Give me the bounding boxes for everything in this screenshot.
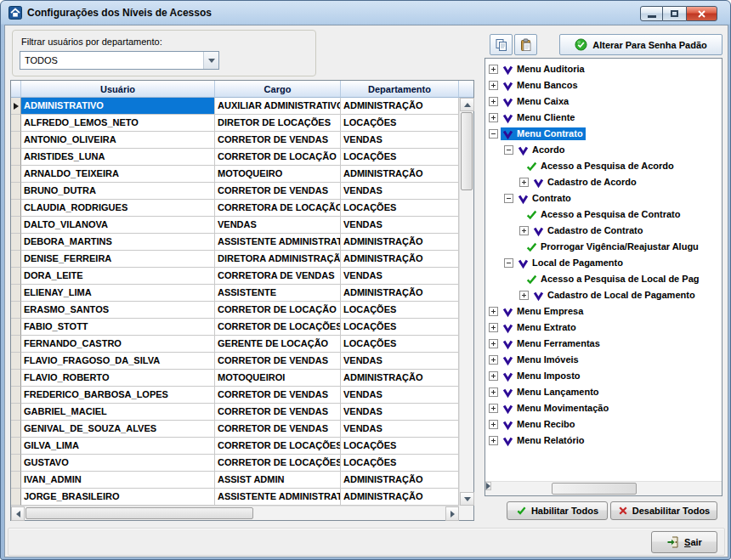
tree-item-contrato[interactable]: Contrato bbox=[485, 190, 722, 206]
table-row[interactable]: ALFREDO_LEMOS_NETODIRETOR DE LOCAÇÕESLOC… bbox=[11, 115, 459, 132]
cell-departamento[interactable]: LOCAÇÕES bbox=[341, 336, 459, 353]
cell-usuario[interactable]: IVAN_ADMIN bbox=[21, 472, 215, 489]
cell-departamento[interactable]: LOCAÇÕES bbox=[341, 115, 459, 132]
tree-item-local-de-pagamento[interactable]: Local de Pagamento bbox=[485, 255, 722, 271]
tree-item-menu-contrato[interactable]: Menu Contrato bbox=[485, 126, 722, 142]
tree-horizontal-scroll-thumb[interactable] bbox=[552, 483, 637, 495]
cell-cargo[interactable]: ASSIST ADMIN bbox=[215, 472, 341, 489]
expand-toggle[interactable] bbox=[489, 420, 498, 429]
cell-cargo[interactable]: ASSISTENTE ADMINISTRATI bbox=[215, 489, 341, 506]
cell-cargo[interactable]: CORRETOR DE LOCAÇÃO bbox=[215, 149, 341, 166]
vertical-scroll-thumb[interactable] bbox=[461, 112, 473, 190]
cell-usuario[interactable]: ERASMO_SANTOS bbox=[21, 302, 215, 319]
cell-usuario[interactable]: JORGE_BRASILEIRO bbox=[21, 489, 215, 506]
tree-item-acordo[interactable]: Acordo bbox=[485, 142, 722, 158]
cell-cargo[interactable]: AUXILIAR ADMINISTRATIVO bbox=[215, 98, 341, 115]
cell-cargo[interactable]: CORRETOR DE VENDAS bbox=[215, 387, 341, 404]
cell-departamento[interactable]: LOCAÇÕES bbox=[341, 200, 459, 217]
expand-toggle[interactable] bbox=[489, 436, 498, 445]
cell-departamento[interactable]: ADMINISTRAÇÃO bbox=[341, 370, 459, 387]
table-row[interactable]: ARISTIDES_LUNACORRETOR DE LOCAÇÃOLOCAÇÕE… bbox=[11, 149, 459, 166]
table-row[interactable]: BRUNO_DUTRACORRETOR DE VENDASVENDAS bbox=[11, 183, 459, 200]
expand-toggle[interactable] bbox=[489, 387, 498, 397]
close-button[interactable] bbox=[686, 6, 717, 21]
cell-usuario[interactable]: ARNALDO_TEIXEIRA bbox=[21, 166, 215, 183]
expand-toggle[interactable] bbox=[519, 226, 529, 235]
table-row[interactable]: JORGE_BRASILEIROASSISTENTE ADMINISTRATIA… bbox=[11, 489, 459, 506]
scroll-right-button[interactable] bbox=[445, 506, 459, 521]
expand-toggle[interactable] bbox=[489, 404, 498, 413]
cell-departamento[interactable]: ADMINISTRAÇÃO bbox=[341, 166, 459, 183]
grid-vertical-scrollbar[interactable] bbox=[459, 98, 473, 506]
cell-usuario[interactable]: ELIENAY_LIMA bbox=[21, 285, 215, 302]
cell-departamento[interactable]: LOCAÇÕES bbox=[341, 319, 459, 336]
cell-usuario[interactable]: FLAVIO_ROBERTO bbox=[21, 370, 215, 387]
expand-toggle[interactable] bbox=[489, 339, 498, 348]
cell-usuario[interactable]: ANTONIO_OLIVEIRA bbox=[21, 132, 215, 149]
tree-item-menu-im-veis[interactable]: Menu Imóveis bbox=[485, 352, 722, 368]
expand-toggle[interactable] bbox=[519, 291, 529, 300]
table-row[interactable]: ARNALDO_TEIXEIRAMOTOQUEIROADMINISTRAÇÃO bbox=[11, 166, 459, 183]
maximize-button[interactable] bbox=[663, 6, 686, 21]
tree-item-menu-movimenta-o[interactable]: Menu Movimentação bbox=[485, 400, 722, 416]
cell-usuario[interactable]: ADMINISTRATIVO bbox=[21, 98, 215, 115]
table-row[interactable]: CLAUDIA_RODRIGUESCORRETORA DE LOCAÇÃOLOC… bbox=[11, 200, 459, 217]
tree-item-acesso-a-pesquisa-de-contrato[interactable]: Acesso a Pesquisa de Contrato bbox=[485, 206, 722, 223]
cell-cargo[interactable]: CORRETOR DE VENDAS bbox=[215, 404, 341, 421]
table-row[interactable]: FREDERICO_BARBOSA_LOPESCORRETOR DE VENDA… bbox=[11, 387, 459, 404]
grid-horizontal-scrollbar[interactable] bbox=[11, 506, 459, 520]
collapse-toggle[interactable] bbox=[504, 258, 513, 268]
tree-item-menu-empresa[interactable]: Menu Empresa bbox=[485, 303, 722, 320]
column-header-departamento[interactable]: Departamento bbox=[341, 81, 459, 98]
tree-item-prorrogar-vig-ncia-reajustar-alugu[interactable]: Prorrogar Vigência/Reajustar Alugu bbox=[485, 239, 722, 255]
cell-cargo[interactable]: CORRETORA DE LOCAÇÃO bbox=[215, 200, 341, 217]
cell-cargo[interactable]: DIRETORA ADMINISTRAÇÃO bbox=[215, 251, 341, 268]
cell-departamento[interactable]: ADMINISTRAÇÃO bbox=[341, 489, 459, 506]
horizontal-scroll-thumb[interactable] bbox=[26, 507, 253, 519]
table-row[interactable]: DENISE_FERREIRADIRETORA ADMINISTRAÇÃOADM… bbox=[11, 251, 459, 268]
tree-horizontal-scrollbar[interactable] bbox=[485, 481, 722, 495]
disable-all-button[interactable]: Desabilitar Todos bbox=[610, 501, 717, 520]
cell-usuario[interactable]: FREDERICO_BARBOSA_LOPES bbox=[21, 387, 215, 404]
collapse-toggle[interactable] bbox=[504, 145, 513, 155]
tree-scroll-right-button[interactable] bbox=[485, 482, 491, 490]
cell-usuario[interactable]: FABIO_STOTT bbox=[21, 319, 215, 336]
cell-departamento[interactable]: LOCAÇÕES bbox=[341, 438, 459, 455]
collapse-toggle[interactable] bbox=[504, 194, 513, 203]
cell-usuario[interactable]: GABRIEL_MACIEL bbox=[21, 404, 215, 421]
table-row[interactable]: DALTO_VILANOVAVENDASVENDAS bbox=[11, 217, 459, 234]
cell-cargo[interactable]: ASSISTENTE bbox=[215, 285, 341, 302]
cell-usuario[interactable]: ALFREDO_LEMOS_NETO bbox=[21, 115, 215, 132]
expand-toggle[interactable] bbox=[489, 81, 498, 90]
table-row[interactable]: ELIENAY_LIMAASSISTENTEADMINISTRAÇÃO bbox=[11, 285, 459, 302]
cell-departamento[interactable]: LOCAÇÕES bbox=[341, 149, 459, 166]
cell-departamento[interactable]: VENDAS bbox=[341, 217, 459, 234]
expand-toggle[interactable] bbox=[489, 65, 498, 74]
cell-departamento[interactable]: VENDAS bbox=[341, 404, 459, 421]
cell-cargo[interactable]: CORRETOR DE LOCAÇÕES bbox=[215, 438, 341, 455]
cell-usuario[interactable]: FERNANDO_CASTRO bbox=[21, 336, 215, 353]
cell-usuario[interactable]: BRUNO_DUTRA bbox=[21, 183, 215, 200]
copy-permissions-button[interactable] bbox=[490, 34, 513, 55]
cell-usuario[interactable]: GILVA_LIMA bbox=[21, 438, 215, 455]
expand-toggle[interactable] bbox=[489, 97, 498, 106]
cell-usuario[interactable]: DENISE_FERREIRA bbox=[21, 251, 215, 268]
tree-item-menu-ferramentas[interactable]: Menu Ferramentas bbox=[485, 336, 722, 352]
table-row[interactable]: GENIVAL_DE_SOUZA_ALVESCORRETOR DE VENDAS… bbox=[11, 421, 459, 438]
cell-departamento[interactable]: ADMINISTRAÇÃO bbox=[341, 234, 459, 251]
cell-usuario[interactable]: DEBORA_MARTINS bbox=[21, 234, 215, 251]
cell-departamento[interactable]: VENDAS bbox=[341, 132, 459, 149]
table-row[interactable]: GABRIEL_MACIELCORRETOR DE VENDASVENDAS bbox=[11, 404, 459, 421]
titlebar[interactable]: Configurações dos Níveis de Acessos bbox=[1, 1, 730, 25]
cell-departamento[interactable]: ADMINISTRAÇÃO bbox=[341, 251, 459, 268]
table-row[interactable]: FLAVIO_ROBERTOMOTOQUEIROIADMINISTRAÇÃO bbox=[11, 370, 459, 387]
tree-item-menu-imposto[interactable]: Menu Imposto bbox=[485, 368, 722, 384]
tree-item-menu-cliente[interactable]: Menu Cliente bbox=[485, 110, 722, 126]
cell-cargo[interactable]: CORRETOR DE LOCAÇÕES bbox=[215, 319, 341, 336]
cell-cargo[interactable]: CORRETOR DE VENDAS bbox=[215, 183, 341, 200]
tree-item-acesso-a-pesquisa-de-acordo[interactable]: Acesso a Pesquisa de Acordo bbox=[485, 158, 722, 174]
cell-cargo[interactable]: CORRETOR DE VENDAS bbox=[215, 353, 341, 370]
scroll-left-button[interactable] bbox=[11, 506, 25, 521]
cell-usuario[interactable]: DALTO_VILANOVA bbox=[21, 217, 215, 234]
table-row[interactable]: ANTONIO_OLIVEIRACORRETOR DE VENDASVENDAS bbox=[11, 132, 459, 149]
